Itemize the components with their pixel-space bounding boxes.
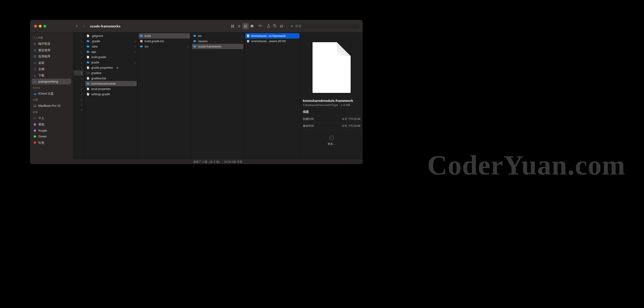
column-0[interactable] bbox=[73, 32, 84, 164]
tags-button[interactable] bbox=[273, 24, 277, 28]
list-item[interactable]: kmmshared…ework.dSYM bbox=[245, 38, 300, 44]
sidebar-item-app[interactable]: Ⓐ应用程序 bbox=[32, 53, 71, 60]
svg-rect-28 bbox=[34, 105, 36, 107]
list-item[interactable]: src bbox=[138, 44, 190, 49]
svg-rect-1 bbox=[233, 25, 234, 26]
svg-rect-0 bbox=[231, 25, 232, 26]
minimize-button[interactable] bbox=[39, 25, 42, 27]
exec-icon bbox=[86, 71, 90, 75]
sidebar-tag[interactable]: Purple bbox=[32, 128, 71, 134]
list-item[interactable]: kmmsharedmodule bbox=[85, 81, 137, 86]
list-item[interactable] bbox=[74, 38, 84, 44]
list-item[interactable]: build.gradle bbox=[85, 54, 137, 60]
list-item[interactable] bbox=[74, 70, 84, 76]
file-icon bbox=[86, 93, 90, 96]
svg-point-21 bbox=[274, 25, 274, 25]
list-item[interactable]: classes bbox=[192, 38, 244, 44]
list-item[interactable] bbox=[74, 92, 84, 97]
svg-rect-2 bbox=[231, 26, 232, 27]
file-icon bbox=[246, 34, 250, 38]
preview-filename: kmmsharedmodule.framework bbox=[303, 99, 353, 103]
share-button[interactable] bbox=[267, 24, 270, 28]
sidebar-item-home[interactable]: ⌂yuanguozheng bbox=[32, 79, 71, 85]
icon-view-button[interactable] bbox=[229, 23, 236, 29]
column-4[interactable]: kmmshared…le.frameworkkmmshared…ework.dS… bbox=[244, 32, 300, 164]
zoom-button[interactable] bbox=[44, 25, 46, 27]
sidebar-tag[interactable]: 个人 bbox=[32, 115, 71, 122]
svg-point-24 bbox=[281, 26, 281, 26]
sidebar-item-download[interactable]: ⭳下载 bbox=[32, 72, 71, 79]
sidebar-item-airdrop[interactable]: ◎隔空投送 bbox=[32, 41, 71, 47]
gallery-view-button[interactable] bbox=[249, 23, 255, 29]
search-field[interactable] bbox=[288, 23, 360, 29]
list-item[interactable]: bin bbox=[192, 33, 244, 38]
column-1[interactable]: .gitignore.gradle.ideaappbuild.gradlegra… bbox=[84, 32, 138, 164]
list-item[interactable] bbox=[74, 65, 84, 70]
column-3[interactable]: binclassesxcode-frameworks bbox=[191, 32, 244, 164]
column-view-button[interactable] bbox=[242, 23, 249, 29]
list-item[interactable] bbox=[74, 86, 84, 92]
list-item[interactable]: build bbox=[138, 33, 190, 38]
list-item[interactable]: .gradle bbox=[85, 38, 137, 44]
column-browser: n .gitignore.gradle.ideaappbuild.gradleg… bbox=[73, 32, 363, 164]
list-item[interactable]: gradlew.bat bbox=[85, 76, 137, 81]
folder-icon bbox=[86, 40, 90, 43]
list-item[interactable]: app bbox=[85, 49, 137, 54]
preview-created: 创建时间今天 下午10:04 bbox=[303, 116, 360, 121]
list-item[interactable]: kmmshared…le.framework bbox=[245, 33, 300, 38]
forward-button[interactable] bbox=[82, 24, 85, 28]
back-button[interactable] bbox=[75, 24, 78, 28]
list-item[interactable]: xcode-frameworks bbox=[192, 44, 244, 49]
list-item[interactable]: build.gradle.kts bbox=[138, 38, 190, 44]
list-item[interactable] bbox=[74, 107, 84, 113]
file-thumbnail bbox=[312, 42, 351, 93]
list-item[interactable] bbox=[74, 81, 84, 86]
sidebar-item-clock[interactable]: ◷最近使用 bbox=[32, 47, 71, 53]
list-item[interactable] bbox=[74, 49, 84, 54]
folder-icon bbox=[86, 61, 90, 64]
search-input[interactable] bbox=[295, 24, 358, 28]
traffic-lights bbox=[30, 25, 73, 27]
action-button[interactable] bbox=[280, 24, 285, 28]
sidebar-tag[interactable]: 紫色 bbox=[32, 121, 71, 128]
folder-icon bbox=[86, 82, 90, 85]
svg-rect-18 bbox=[260, 26, 260, 26]
sidebar-tag[interactable]: Green bbox=[32, 134, 71, 140]
list-item[interactable] bbox=[74, 54, 84, 60]
list-item[interactable]: gradlew bbox=[85, 70, 137, 76]
svg-rect-19 bbox=[261, 26, 262, 26]
list-item[interactable] bbox=[74, 102, 84, 107]
sidebar-item-doc[interactable]: ▯文稿 bbox=[32, 66, 71, 72]
group-button[interactable] bbox=[258, 24, 264, 28]
list-item[interactable] bbox=[74, 76, 84, 81]
list-item[interactable]: gradle bbox=[85, 60, 137, 65]
svg-rect-11 bbox=[250, 27, 251, 27]
sidebar-item-desktop[interactable]: ▭桌面 bbox=[32, 60, 71, 66]
folder-icon bbox=[140, 45, 143, 48]
list-item[interactable]: .gitignore bbox=[85, 33, 137, 38]
svg-rect-16 bbox=[261, 25, 262, 26]
list-view-button[interactable] bbox=[236, 23, 242, 29]
sidebar-item-macbook[interactable]: MacBook Pro 15 bbox=[32, 103, 71, 109]
svg-rect-3 bbox=[233, 26, 234, 27]
list-item[interactable] bbox=[74, 97, 84, 102]
svg-rect-7 bbox=[244, 25, 247, 27]
folder-icon bbox=[86, 50, 90, 53]
sidebar-tag[interactable]: 红色 bbox=[32, 140, 71, 146]
sidebar-item-icloud[interactable]: ☁iCloud 云盘 bbox=[32, 90, 71, 97]
sidebar-header-tags: 标签 bbox=[32, 109, 71, 115]
list-item[interactable] bbox=[74, 33, 84, 38]
list-item[interactable]: .idea bbox=[85, 44, 137, 49]
list-item[interactable] bbox=[74, 60, 84, 65]
close-button[interactable] bbox=[34, 25, 37, 27]
svg-line-27 bbox=[292, 26, 293, 27]
list-item[interactable]: gradle.properties bbox=[85, 65, 137, 70]
file-icon bbox=[86, 34, 90, 38]
file-icon bbox=[86, 77, 90, 80]
list-item[interactable]: local.properties bbox=[85, 86, 137, 92]
list-item[interactable]: settings.gradle bbox=[85, 92, 137, 97]
list-item[interactable] bbox=[74, 44, 84, 49]
column-2[interactable]: buildbuild.gradle.ktssrc bbox=[138, 32, 191, 164]
preview-more[interactable]: ⋯ 更多… bbox=[328, 136, 336, 146]
sidebar-header-locations: 位置 bbox=[32, 97, 71, 103]
